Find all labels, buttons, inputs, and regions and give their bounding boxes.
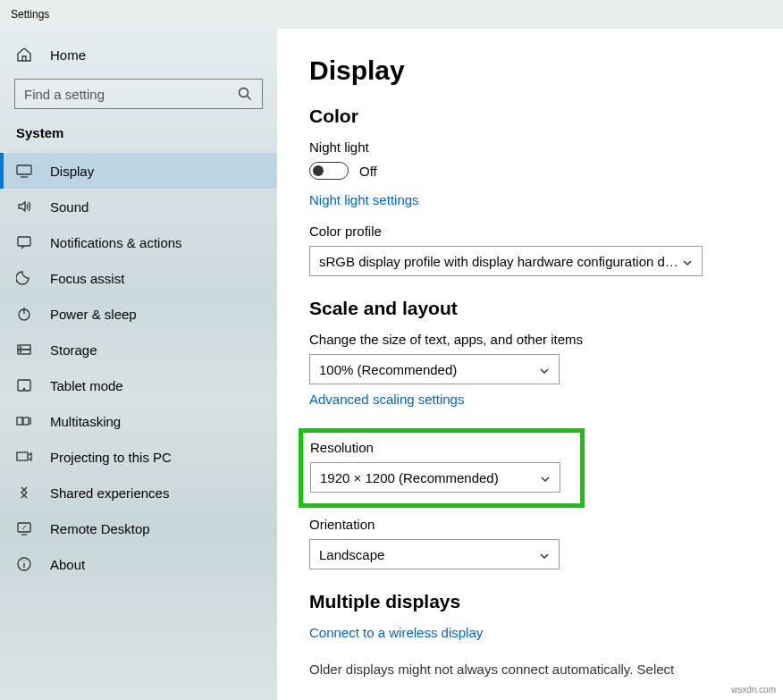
svg-point-9 — [23, 388, 24, 389]
sidebar-item-label: Projecting to this PC — [50, 450, 172, 465]
sidebar-item-multitasking[interactable]: Multitasking — [0, 403, 277, 439]
sidebar-item-shared[interactable]: Shared experiences — [0, 475, 277, 510]
watermark: wsxdn.com — [731, 685, 776, 695]
tablet-icon — [16, 377, 32, 393]
svg-rect-11 — [23, 417, 29, 425]
text-size-dropdown[interactable]: 100% (Recommended) — [309, 354, 560, 384]
resolution-label: Resolution — [310, 440, 569, 455]
home-label: Home — [50, 47, 86, 63]
orientation-label: Orientation — [309, 517, 751, 532]
svg-point-0 — [240, 89, 248, 97]
search-icon — [237, 86, 253, 102]
sidebar-item-display[interactable]: Display — [0, 153, 277, 189]
remote-icon — [16, 520, 32, 536]
color-profile-value: sRGB display profile with display hardwa… — [319, 254, 678, 269]
text-size-value: 100% (Recommended) — [319, 362, 457, 377]
older-displays-note: Older displays might not always connect … — [309, 660, 729, 679]
power-icon — [16, 306, 32, 322]
orientation-value: Landscape — [319, 547, 384, 562]
sidebar-item-label: About — [50, 557, 85, 572]
sidebar-item-label: Multitasking — [50, 414, 121, 429]
resolution-highlight: Resolution 1920 × 1200 (Recommended) — [299, 428, 585, 508]
sidebar-item-about[interactable]: About — [0, 546, 277, 582]
advanced-scaling-link[interactable]: Advanced scaling settings — [309, 392, 464, 407]
about-icon — [16, 556, 32, 572]
section-color: Color — [309, 105, 751, 127]
content: Display Color Night light Off Night ligh… — [277, 29, 783, 700]
svg-point-6 — [20, 347, 21, 348]
color-profile-dropdown[interactable]: sRGB display profile with display hardwa… — [309, 246, 703, 276]
sidebar-item-power[interactable]: Power & sleep — [0, 296, 277, 332]
sidebar-item-label: Shared experiences — [50, 485, 169, 501]
section-heading: System — [0, 125, 277, 153]
sidebar-item-label: Focus assist — [50, 271, 124, 286]
sidebar-home[interactable]: Home — [0, 38, 277, 72]
projecting-icon — [16, 449, 32, 465]
resolution-value: 1920 × 1200 (Recommended) — [320, 470, 499, 485]
window-title: Settings — [11, 8, 49, 21]
sidebar-item-label: Notifications & actions — [50, 235, 182, 250]
search-box[interactable] — [14, 79, 263, 109]
sidebar-item-label: Tablet mode — [50, 378, 123, 393]
color-profile-label: Color profile — [309, 223, 751, 239]
sidebar-item-tablet[interactable]: Tablet mode — [0, 367, 277, 403]
sidebar-item-label: Storage — [50, 342, 97, 358]
sidebar-item-remote[interactable]: Remote Desktop — [0, 510, 277, 546]
svg-rect-10 — [17, 417, 22, 425]
sidebar-item-label: Power & sleep — [50, 307, 137, 322]
sound-icon — [16, 198, 32, 215]
svg-rect-2 — [18, 237, 30, 246]
search-input[interactable] — [24, 87, 237, 102]
multitasking-icon — [16, 413, 32, 429]
wireless-display-link[interactable]: Connect to a wireless display — [309, 625, 483, 640]
page-title: Display — [309, 55, 751, 86]
sidebar-item-label: Display — [50, 164, 94, 179]
orientation-dropdown[interactable]: Landscape — [309, 539, 560, 569]
storage-icon — [16, 342, 32, 358]
chevron-down-icon — [682, 256, 693, 266]
chevron-down-icon — [540, 472, 551, 483]
section-multiple: Multiple displays — [309, 591, 751, 612]
chevron-down-icon — [539, 549, 550, 560]
sidebar-item-label: Sound — [50, 199, 88, 215]
notifications-icon — [16, 234, 32, 250]
sidebar-item-projecting[interactable]: Projecting to this PC — [0, 439, 277, 475]
section-scale: Scale and layout — [309, 298, 751, 319]
display-icon — [16, 163, 32, 179]
shared-icon — [16, 485, 32, 501]
sidebar-item-sound[interactable]: Sound — [0, 189, 277, 224]
sidebar-item-label: Remote Desktop — [50, 521, 150, 536]
svg-rect-1 — [17, 165, 31, 174]
sidebar: Home System Display Sound Notifications — [0, 29, 277, 700]
sidebar-item-focus-assist[interactable]: Focus assist — [0, 260, 277, 296]
night-light-toggle[interactable] — [309, 162, 349, 180]
focus-icon — [16, 270, 32, 286]
sidebar-item-notifications[interactable]: Notifications & actions — [0, 224, 277, 260]
home-icon — [16, 46, 32, 63]
titlebar: Settings — [0, 0, 783, 29]
svg-point-7 — [20, 351, 21, 352]
night-light-settings-link[interactable]: Night light settings — [309, 192, 419, 207]
text-size-label: Change the size of text, apps, and other… — [309, 332, 751, 347]
sidebar-item-storage[interactable]: Storage — [0, 332, 277, 367]
svg-rect-12 — [17, 452, 28, 460]
night-light-status: Off — [359, 164, 377, 179]
resolution-dropdown[interactable]: 1920 × 1200 (Recommended) — [310, 462, 560, 493]
night-light-label: Night light — [309, 139, 751, 155]
chevron-down-icon — [539, 364, 550, 375]
